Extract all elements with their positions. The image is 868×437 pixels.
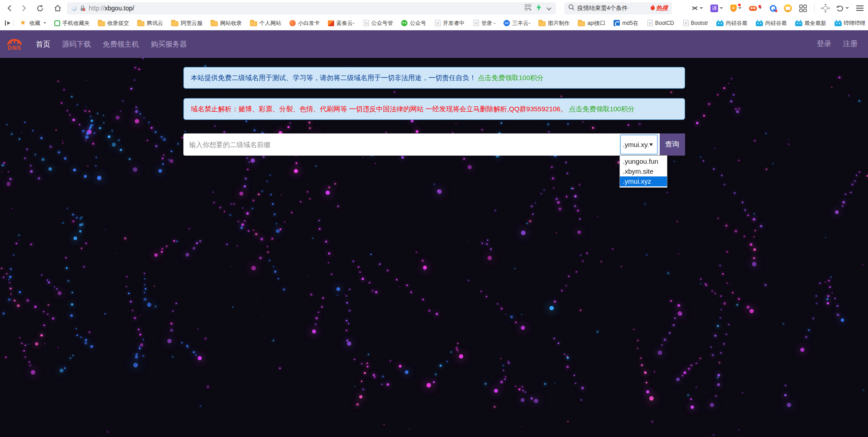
suffix-option[interactable]: .yungou.fun [620, 157, 667, 166]
suffix-option[interactable]: .xbym.site [620, 166, 667, 176]
games-icon[interactable] [749, 6, 762, 11]
star-icon [20, 20, 27, 26]
notice-text: 域名禁止解析：赌博、彩票、分裂、色情、代刷网等 一切违反中国法律的网站 一经发现… [191, 105, 567, 114]
suffix-select[interactable]: .ymui.xyz [620, 135, 657, 154]
toolbar-extensions: 译 ¥ [679, 4, 863, 12]
folder-icon [250, 21, 257, 26]
page-icon [647, 20, 653, 26]
folder-icon [578, 21, 585, 26]
qr-code-icon[interactable] [525, 4, 531, 12]
screenshot-scissors-icon[interactable] [691, 5, 703, 12]
bookmark-item[interactable]: BootCD [643, 20, 678, 26]
browser-window: http://xbgou.top/ 疫情结束需4个条件 热搜 译 ¥ [0, 0, 868, 437]
suffix-selected-value: .ymui.xyz [623, 141, 648, 148]
search-icon [568, 4, 575, 12]
nav-item-buy-server[interactable]: 购买服务器 [145, 30, 193, 58]
claim-points-link[interactable]: 点击免费领取100积分 [569, 105, 634, 114]
query-button[interactable]: 查询 [660, 133, 685, 156]
wechat-icon [401, 20, 408, 26]
nav-menu: 首页 源码下载 免费领主机 购买服务器 [30, 30, 193, 58]
bookmark-item[interactable]: 蓝奏云- [324, 19, 359, 27]
bookmark-item[interactable]: Bootstr [678, 20, 712, 26]
site-icon [72, 6, 77, 11]
notice-text: 本站提供免费二级域名用于测试、学习等，请勿将二级域名用于一切非法用途，一切责任自… [191, 74, 476, 82]
bookmark-item[interactable]: 最全最新 [791, 19, 830, 27]
folder-icon [98, 21, 105, 26]
nav-item-source-download[interactable]: 源码下载 [56, 30, 97, 58]
page-icon [435, 20, 441, 26]
url-text[interactable]: http://xbgou.top/ [89, 5, 522, 12]
sidebar-toggle-icon[interactable] [5, 20, 11, 26]
bookmark-item[interactable]: 收录提交 [94, 19, 133, 27]
domain-prefix-input[interactable] [183, 133, 620, 156]
page-icon [474, 20, 479, 26]
nav-buttons [5, 5, 67, 12]
bookmark-item[interactable]: 三丰云- [499, 19, 534, 27]
bookmark-item[interactable]: api接口 [574, 19, 609, 27]
site-navbar: DNS 首页 源码下载 免费领主机 购买服务器 登录 注册 [0, 30, 868, 58]
page-icon [364, 20, 369, 26]
folder-icon [211, 21, 218, 26]
bookmark-item[interactable]: 登录 - [469, 19, 499, 27]
bookmark-item[interactable]: 腾讯云 [133, 19, 167, 27]
orange-site-icon [289, 20, 296, 26]
menu-icon[interactable] [856, 5, 863, 11]
address-bar-tools [525, 4, 551, 13]
bilibili-icon [716, 21, 724, 26]
page-icon [683, 20, 689, 26]
flame-icon [650, 4, 655, 12]
undo-history-icon[interactable] [836, 5, 849, 12]
hot-search-badge[interactable]: 热搜 [650, 4, 668, 12]
toolbar-search[interactable]: 疫情结束需4个条件 热搜 [564, 2, 672, 14]
home-icon[interactable] [54, 5, 62, 12]
claim-points-link[interactable]: 点击免费领取100积分 [478, 74, 544, 82]
bookmark-item[interactable]: 哔哩哔哩 [830, 19, 868, 27]
theme-sun-icon[interactable] [822, 6, 829, 10]
bookmark-item[interactable]: 网站收录 [206, 19, 246, 27]
site-logo[interactable]: DNS [6, 38, 23, 50]
bookmark-item[interactable]: 尚硅谷最 [712, 19, 752, 27]
logo-text: DNS [8, 45, 21, 50]
bilibili-icon [795, 21, 802, 26]
bookmark-item[interactable]: 公众号 [397, 19, 430, 27]
folder-icon [137, 21, 144, 26]
translate-icon[interactable]: 译 [710, 5, 723, 12]
suffix-option-selected[interactable]: .ymui.xyz [620, 176, 667, 186]
apps-grid-icon[interactable] [799, 5, 807, 12]
notice-banner-warning: 域名禁止解析：赌博、彩票、分裂、色情、代刷网等 一切违反中国法律的网站 一经发现… [183, 98, 685, 120]
wallet-shield-icon[interactable]: ¥ [730, 5, 742, 12]
chevron-down-icon[interactable] [547, 4, 551, 12]
bookmark-item[interactable]: 小白发卡 [285, 19, 324, 27]
mobile-favorites-icon [54, 20, 60, 26]
browser-toolbar: http://xbgou.top/ 疫情结束需4个条件 热搜 译 ¥ [0, 0, 868, 16]
globe-icon [504, 20, 510, 26]
suffix-select-wrap: .ymui.xyz .yungou.fun .xbym.site .ymui.x… [620, 135, 657, 154]
bookmark-item[interactable]: md5在 [609, 19, 642, 27]
lightning-icon[interactable] [537, 4, 541, 13]
bookmark-item[interactable]: 图片制作 [534, 19, 574, 27]
page-main: 本站提供免费二级域名用于测试、学习等，请勿将二级域名用于一切非法用途，一切责任自… [0, 58, 868, 437]
login-link[interactable]: 登录 [813, 39, 835, 49]
nav-item-home[interactable]: 首页 [30, 30, 56, 58]
content-column: 本站提供免费二级域名用于测试、学习等，请勿将二级域名用于一切非法用途，一切责任自… [183, 58, 685, 156]
bookmark-item[interactable]: 个人网站 [246, 19, 285, 27]
bookmark-favorites[interactable]: 收藏 [16, 19, 50, 27]
bookmark-item[interactable]: 手机收藏夹 [50, 19, 94, 27]
register-link[interactable]: 注册 [839, 39, 862, 49]
mail-icon[interactable] [784, 4, 792, 12]
forward-icon[interactable] [22, 5, 26, 12]
bookmark-item[interactable]: 尚硅谷最 [752, 19, 791, 27]
bookmark-item[interactable]: 阿里云服 [167, 19, 206, 27]
bookmark-item[interactable]: 公众号管 [359, 19, 397, 27]
insecure-lock-icon[interactable] [80, 5, 86, 11]
password-key-icon[interactable] [769, 5, 777, 12]
back-icon[interactable] [7, 5, 12, 12]
bilibili-icon [756, 21, 763, 26]
bookmark-item[interactable]: 开发者中 [430, 19, 469, 27]
address-bar[interactable]: http://xbgou.top/ [67, 2, 556, 14]
folder-icon [171, 21, 178, 26]
nav-item-free-host[interactable]: 免费领主机 [97, 30, 145, 58]
chevron-down-icon [649, 143, 653, 146]
reload-icon[interactable] [36, 5, 44, 12]
chevron-down-icon [43, 22, 46, 24]
